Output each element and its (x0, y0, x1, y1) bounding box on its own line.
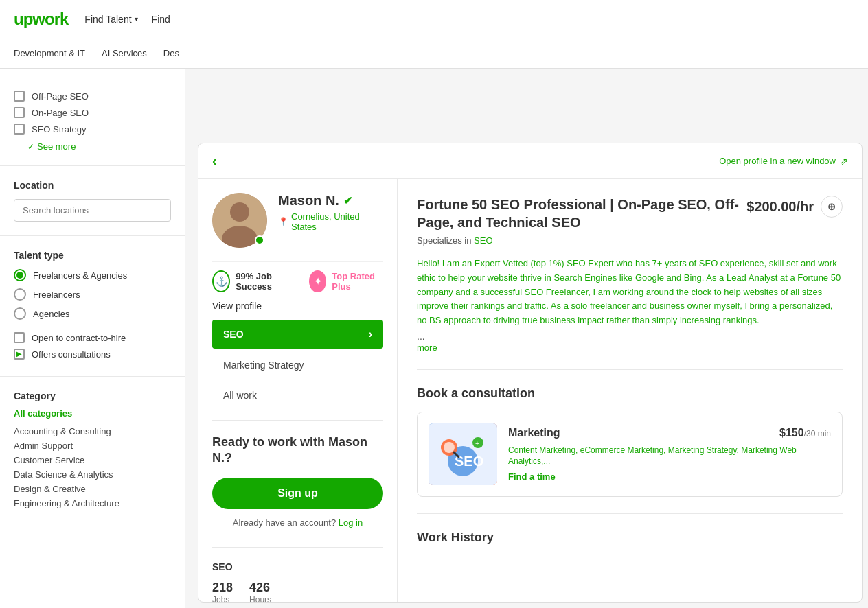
panel-header: ‹ Open profile in a new window ⇗ (198, 143, 862, 179)
panel-body: Mason N. ✔ 📍 Cornelius, United States ⚓ … (198, 179, 862, 602)
profile-name-block: Mason N. ✔ 📍 Cornelius, United States (278, 193, 383, 232)
svg-point-7 (444, 442, 455, 453)
signup-section: Ready to work with Mason N.? Sign up Alr… (212, 420, 383, 541)
job-success-icon: ⚓ (212, 270, 230, 292)
view-profile-section: View profile SEO › Marketing Strategy Al… (212, 301, 383, 409)
talent-type-section: Talent type Freelancers & Agencies Freel… (0, 242, 185, 371)
find-nav[interactable]: Find (152, 14, 170, 25)
talent-radio-group: Freelancers & Agencies Freelancers Agenc… (14, 269, 171, 320)
freelancer-title-row: Fortune 50 SEO Professional | On-Page SE… (417, 196, 843, 231)
checkbox-seo-strategy[interactable] (14, 124, 25, 135)
radio-outer-selected[interactable] (14, 269, 26, 281)
profile-header: Mason N. ✔ 📍 Cornelius, United States (212, 193, 383, 248)
checkbox-on-page-seo[interactable] (14, 107, 25, 118)
stats-section: SEO 218 Jobs 426 Hours All Stats (212, 547, 383, 602)
filter-off-page-seo[interactable]: Off-Page SEO (14, 88, 171, 104)
radio-outer-agencies[interactable] (14, 307, 26, 320)
check-contract[interactable] (14, 332, 25, 343)
find-time-link[interactable]: Find a time (508, 471, 831, 482)
divider-1 (0, 165, 185, 166)
consultation-info: Marketing $150/30 min Content Marketing,… (508, 427, 831, 482)
stat-hours-label: Hours (249, 595, 271, 602)
section-divider-1 (417, 369, 843, 370)
external-link-icon: ⇗ (840, 156, 848, 167)
rate-link-icon[interactable]: ⊕ (821, 196, 843, 218)
top-nav: upwork Find Talent ▾ Find (0, 0, 868, 38)
cat-customer-service[interactable]: Customer Service (14, 453, 171, 467)
section-divider-2 (417, 513, 843, 514)
cat-accounting[interactable]: Accounting & Consulting (14, 424, 171, 439)
specializes-value: SEO (474, 235, 492, 246)
view-profile-link[interactable]: View profile (212, 301, 383, 312)
cat-ai-services[interactable]: AI Services (102, 48, 147, 58)
arrow-right-icon: › (369, 328, 372, 340)
stat-jobs-label: Jobs (212, 595, 233, 602)
back-button[interactable]: ‹ (212, 153, 217, 169)
divider-3 (0, 376, 185, 377)
specializes-text: Specializes in SEO (417, 235, 843, 246)
location-pin-icon: 📍 (278, 217, 288, 226)
radio-freelancers[interactable]: Freelancers (14, 288, 171, 301)
nav-all-work[interactable]: All work (212, 382, 383, 409)
cat-data-science[interactable]: Data Science & Analytics (14, 467, 171, 482)
radio-freelancers-agencies[interactable]: Freelancers & Agencies (14, 269, 171, 281)
cat-design-creative[interactable]: Design & Creative (14, 482, 171, 496)
panel-left: Mason N. ✔ 📍 Cornelius, United States ⚓ … (198, 179, 398, 602)
cat-engineering[interactable]: Engineering & Architecture (14, 496, 171, 511)
category-all-link[interactable]: All categories (14, 408, 171, 419)
panel-right: Fortune 50 SEO Professional | On-Page SE… (398, 179, 862, 602)
svg-point-1 (230, 202, 249, 222)
checkbox-contract-to-hire[interactable]: Open to contract-to-hire (14, 329, 171, 346)
consultation-image: SEO + (429, 423, 497, 485)
top-rated-badge: ✦ Top Rated Plus (309, 270, 383, 292)
cat-design[interactable]: Des (163, 48, 179, 58)
freelancer-title: Fortune 50 SEO Professional | On-Page SE… (417, 196, 746, 231)
stats-row: 218 Jobs 426 Hours (212, 581, 383, 602)
online-indicator (255, 235, 264, 245)
signup-button[interactable]: Sign up (212, 478, 383, 509)
location-title: Location (14, 180, 171, 191)
stats-category-label: SEO (212, 561, 383, 572)
check-consult[interactable]: ▶ (14, 349, 25, 360)
find-talent-nav[interactable]: Find Talent ▾ (84, 14, 137, 25)
avatar-wrap (212, 193, 267, 248)
nav-seo[interactable]: SEO › (212, 320, 383, 349)
filter-seo-strategy[interactable]: SEO Strategy (14, 121, 171, 137)
consultation-title: Book a consultation (417, 386, 843, 401)
bio-more-section: ... more (417, 331, 843, 353)
stat-hours: 426 Hours (249, 581, 271, 602)
upwork-logo: upwork (14, 10, 68, 29)
seo-filters-section: Off-Page SEO On-Page SEO SEO Strategy ✓ … (0, 80, 185, 160)
consultation-name: Marketing (508, 427, 560, 439)
filter-on-page-seo[interactable]: On-Page SEO (14, 104, 171, 121)
see-more-toggle[interactable]: ✓ See more (14, 141, 171, 152)
svg-text:+: + (475, 440, 479, 447)
category-bar: Development & IT AI Services Des (0, 38, 868, 69)
cat-dev-it[interactable]: Development & IT (14, 48, 85, 58)
checkbox-off-page-seo[interactable] (14, 91, 25, 102)
divider-2 (0, 235, 185, 236)
login-link[interactable]: Log in (339, 517, 363, 528)
sidebar: Off-Page SEO On-Page SEO SEO Strategy ✓ … (0, 69, 185, 608)
extra-options: Open to contract-to-hire ▶ Offers consul… (14, 329, 171, 362)
profile-name: Mason N. ✔ (278, 193, 383, 209)
checkbox-consultations[interactable]: ▶ Offers consultations (14, 346, 171, 362)
bio-more-link[interactable]: more (417, 342, 437, 353)
cat-admin[interactable]: Admin Support (14, 439, 171, 453)
nav-marketing-strategy[interactable]: Marketing Strategy (212, 351, 383, 379)
radio-outer-freelancers[interactable] (14, 288, 26, 301)
top-rated-star-icon: ✦ (309, 270, 327, 292)
open-profile-link[interactable]: Open profile in a new window ⇗ (719, 156, 848, 167)
job-success-badge: ⚓ 99% Job Success (212, 270, 295, 292)
location-section: Location (0, 172, 185, 230)
consultation-card: SEO + Marketing $150/30 min (417, 412, 843, 497)
verified-badge: ✔ (343, 194, 352, 207)
category-section: Category All categories Accounting & Con… (0, 382, 185, 519)
stat-hours-value: 426 (249, 581, 271, 595)
consultation-price: $150/30 min (779, 427, 831, 439)
stat-jobs: 218 Jobs (212, 581, 233, 602)
profile-location: 📍 Cornelius, United States (278, 211, 383, 232)
chevron-down-icon: ▾ (135, 15, 138, 23)
location-search-input[interactable] (14, 199, 171, 222)
radio-agencies[interactable]: Agencies (14, 307, 171, 320)
